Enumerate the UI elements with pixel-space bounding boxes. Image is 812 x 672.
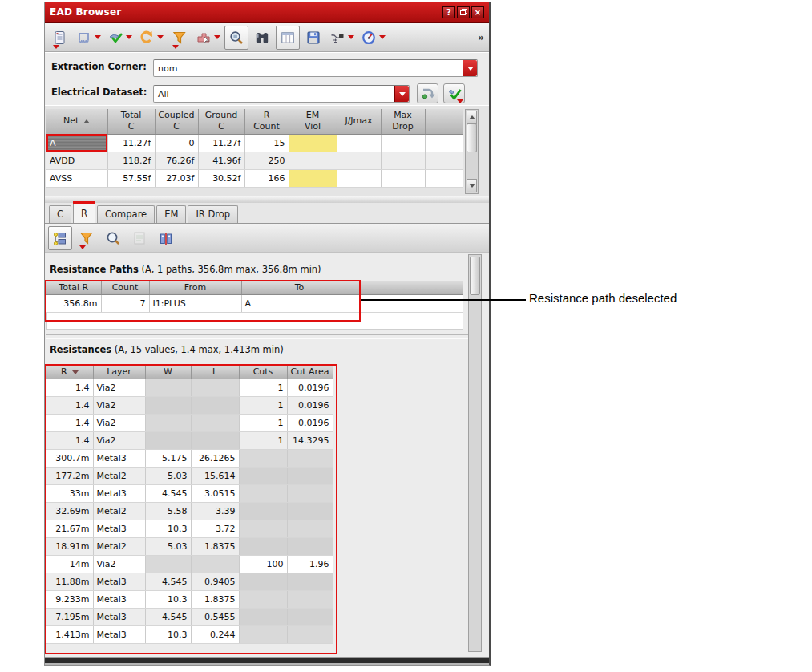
- resistance-cell[interactable]: 14m: [46, 556, 93, 573]
- resistance-cell[interactable]: [191, 556, 239, 573]
- update-results-button[interactable]: [417, 83, 438, 103]
- resistance-row[interactable]: 1.4Via210.0196: [46, 415, 333, 432]
- resistance-cell[interactable]: 3.0515: [191, 485, 239, 503]
- net-value-cell[interactable]: [289, 152, 337, 169]
- resistance-cell[interactable]: [239, 485, 287, 503]
- dropdown-arrow-icon[interactable]: [214, 35, 220, 39]
- chevron-down-icon[interactable]: [463, 60, 477, 76]
- net-value-cell[interactable]: 57.55f: [107, 169, 155, 187]
- results-form-button[interactable]: [48, 26, 72, 50]
- resistance-cell[interactable]: 14.3295: [287, 432, 333, 450]
- column-header[interactable]: To: [241, 281, 358, 295]
- path-cell[interactable]: I1:PLUS: [149, 295, 241, 313]
- tab-ir-drop[interactable]: IR Drop: [188, 205, 238, 223]
- undo-button[interactable]: [136, 26, 166, 50]
- resistance-cell[interactable]: Via2: [93, 379, 145, 397]
- close-button[interactable]: ×: [471, 6, 484, 18]
- scrollbar-thumb[interactable]: [470, 257, 480, 295]
- resistance-cell[interactable]: [287, 626, 333, 644]
- resistance-cell[interactable]: Metal2: [93, 468, 145, 485]
- net-value-cell[interactable]: 15: [244, 134, 289, 152]
- resistance-cell[interactable]: 18.91m: [46, 538, 93, 556]
- resistance-cell[interactable]: [287, 520, 333, 538]
- net-constraint-button[interactable]: [74, 26, 103, 50]
- zoom-button[interactable]: [101, 226, 125, 250]
- resistance-cell[interactable]: 1.413m: [46, 626, 93, 644]
- resistance-cell[interactable]: 5.58: [145, 503, 191, 520]
- resistance-cell[interactable]: [239, 626, 287, 644]
- resistance-cell[interactable]: [287, 503, 333, 520]
- dropdown-arrow-icon[interactable]: [95, 35, 101, 39]
- resistance-cell[interactable]: 0.0196: [287, 415, 333, 432]
- resistance-row[interactable]: 7.195mMetal34.5450.5455: [46, 609, 333, 626]
- resistance-cell[interactable]: 3.39: [191, 503, 239, 520]
- scroll-down-icon[interactable]: [467, 179, 477, 192]
- apply-check-button[interactable]: [443, 83, 465, 103]
- resistance-cell[interactable]: 100: [239, 556, 287, 573]
- resistance-cell[interactable]: Via2: [93, 397, 145, 415]
- resistance-cell[interactable]: [287, 573, 333, 591]
- save-button[interactable]: [301, 26, 325, 50]
- net-value-cell[interactable]: 166: [244, 169, 289, 187]
- tab-r[interactable]: R: [73, 203, 95, 223]
- resistance-row[interactable]: 21.67mMetal310.33.72: [46, 520, 333, 538]
- resistance-cell[interactable]: 7.195m: [46, 609, 93, 626]
- resistance-row[interactable]: 1.413mMetal310.30.244: [46, 626, 333, 644]
- column-header[interactable]: Net: [46, 109, 107, 134]
- compare-columns-button[interactable]: [154, 226, 178, 250]
- resistance-cell[interactable]: 1.8375: [191, 591, 239, 609]
- resistance-cell[interactable]: Metal3: [93, 520, 145, 538]
- resistance-cell[interactable]: 5.03: [145, 468, 191, 485]
- resistance-cell[interactable]: [239, 520, 287, 538]
- resistance-cell[interactable]: 1: [239, 379, 287, 397]
- resistance-cell[interactable]: 1: [239, 415, 287, 432]
- path-cell[interactable]: 7: [101, 295, 149, 313]
- net-name-cell[interactable]: AVDD: [46, 152, 107, 169]
- net-value-cell[interactable]: 27.03f: [155, 169, 198, 187]
- resistance-cell[interactable]: 1.96: [287, 556, 333, 573]
- resistance-cell[interactable]: 1: [239, 397, 287, 415]
- column-header[interactable]: Total C: [107, 109, 155, 134]
- net-row[interactable]: A11.27f011.27f15: [46, 134, 463, 152]
- resistance-cell[interactable]: 26.1265: [191, 450, 239, 468]
- net-row[interactable]: AVSS57.55f27.03f30.52f166: [46, 169, 463, 187]
- show-path-button[interactable]: [48, 226, 72, 250]
- resistance-cell[interactable]: [239, 573, 287, 591]
- column-header[interactable]: Coupled C: [155, 109, 198, 134]
- resistance-cell[interactable]: Via2: [93, 432, 145, 450]
- resistance-cell[interactable]: 0.5455: [191, 609, 239, 626]
- resistance-cell[interactable]: 32.69m: [46, 503, 93, 520]
- net-table-header[interactable]: NetTotal CCoupled CGround CR CountEM Vio…: [46, 109, 463, 134]
- resistance-paths-header[interactable]: Total RCountFromTo: [46, 281, 463, 295]
- resistance-row[interactable]: 33mMetal34.5453.0515: [46, 485, 333, 503]
- restore-button[interactable]: [457, 6, 470, 18]
- resistance-cell[interactable]: [287, 450, 333, 468]
- net-value-cell[interactable]: 76.26f: [155, 152, 198, 169]
- probe-plug-button[interactable]: [327, 26, 357, 50]
- resistance-cell[interactable]: Metal3: [93, 450, 145, 468]
- column-header[interactable]: R Count: [244, 109, 289, 134]
- resistance-cell[interactable]: 1.4: [46, 432, 93, 450]
- resistance-cell[interactable]: Metal2: [93, 538, 145, 556]
- resistance-cell[interactable]: 4.545: [145, 485, 191, 503]
- resistance-cell[interactable]: 11.88m: [46, 573, 93, 591]
- resistance-cell[interactable]: Via2: [93, 556, 145, 573]
- column-header[interactable]: EM Viol: [289, 109, 337, 134]
- probe-pick-button[interactable]: [193, 26, 223, 50]
- net-value-cell[interactable]: [337, 169, 381, 187]
- net-value-cell[interactable]: [381, 134, 425, 152]
- tab-compare[interactable]: Compare: [97, 205, 155, 223]
- toolbar-overflow-button[interactable]: »: [478, 32, 486, 43]
- resistance-cell[interactable]: 0.0196: [287, 379, 333, 397]
- column-header[interactable]: From: [149, 281, 241, 295]
- dropdown-arrow-icon[interactable]: [126, 35, 132, 39]
- dropdown-arrow-icon[interactable]: [157, 35, 164, 39]
- resistance-row[interactable]: 300.7mMetal35.17526.1265: [46, 450, 333, 468]
- column-header[interactable]: Layer: [93, 366, 145, 379]
- net-value-cell[interactable]: 11.27f: [107, 134, 155, 152]
- column-header[interactable]: Total R: [46, 281, 101, 295]
- column-header[interactable]: J/Jmax: [337, 109, 381, 134]
- commit-check-button[interactable]: [105, 26, 135, 50]
- net-value-cell[interactable]: [337, 134, 381, 152]
- resistance-cell[interactable]: [287, 485, 333, 503]
